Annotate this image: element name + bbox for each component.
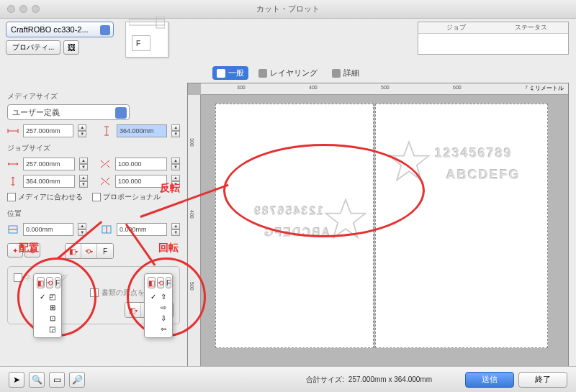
device-select-value: CraftROBO cc330-2... [11, 25, 89, 34]
job-queue-panel: ジョブ ステータス [418, 22, 569, 55]
zoom-tool[interactable]: 🔍 [29, 372, 45, 388]
window-zoom-icon[interactable] [32, 5, 40, 13]
job-size-label: ジョブサイズ [7, 143, 180, 153]
placement-option-br[interactable]: ◲ [37, 324, 58, 334]
star-shape [387, 140, 431, 183]
interactive-button[interactable]: ✦ [7, 243, 23, 257]
tab-general[interactable]: 一般 [212, 66, 248, 80]
width-icon [7, 126, 19, 136]
job-height-icon [7, 176, 19, 186]
cutter-icon [129, 17, 165, 29]
proportional-checkbox[interactable]: プロポーショナル [92, 192, 161, 202]
tab-layering[interactable]: レイヤリング [254, 66, 322, 80]
unit-label: ミリメートル [528, 83, 565, 93]
corner-tl-icon: ◰ [49, 293, 55, 301]
placement-option-center-h[interactable]: ⊞ [37, 302, 58, 313]
horizontal-ruler: 300 400 500 600 700 [201, 83, 568, 95]
job-width-input[interactable]: 257.000mm [23, 158, 75, 170]
media-width-stepper[interactable]: ▲▼ [78, 124, 86, 137]
preview-area[interactable]: 300 400 500 600 700 ミリメートル 300 400 500 1… [187, 83, 569, 392]
svg-marker-5 [389, 142, 428, 180]
vertical-ruler: 300 400 500 [188, 95, 201, 392]
window-minimize-icon[interactable] [19, 5, 27, 13]
media-size-label: メディアサイズ [7, 91, 180, 101]
tab-bar: 一般 レイヤリング 詳細 [0, 66, 576, 80]
center-button[interactable]: ⊕ [24, 243, 40, 257]
pos-y-icon [101, 224, 112, 234]
pos-x-icon [7, 224, 19, 234]
rotate-270-icon: ⇦ [161, 325, 166, 333]
position-y-input[interactable]: 0.000mm [117, 223, 167, 236]
rotate-90-icon: ⇨ [161, 304, 166, 311]
rotate-0-icon: ⇧ [161, 293, 166, 301]
total-size-readout: 合計サイズ: 257.000mm x 364.000mm [306, 375, 432, 385]
job-height-pct-stepper[interactable]: ▲▼ [171, 175, 180, 188]
height-icon [101, 126, 112, 136]
window-close-icon[interactable] [7, 5, 15, 13]
rotate-popup-trigger[interactable]: ◧ [148, 277, 156, 288]
placement-option-tl[interactable]: ✓◰ [37, 291, 58, 302]
placement-popup-flip[interactable]: F [55, 277, 60, 288]
properties-button[interactable]: プロパティ... [6, 40, 60, 55]
zoom-selection-tool[interactable]: 🔎 [69, 372, 85, 388]
rotate-popup-trigger-2[interactable]: ⟲ [157, 277, 164, 288]
rotate-option-90[interactable]: ⇨ [148, 302, 169, 313]
job-height-input[interactable]: 364.000mm [23, 175, 75, 188]
job-width-stepper[interactable]: ▲▼ [79, 158, 88, 170]
placement-menu-button[interactable]: ◧▾ [66, 244, 81, 258]
job-width-pct-stepper[interactable]: ▲▼ [171, 158, 180, 170]
design-text-1: 123456789 [435, 146, 513, 161]
page-1: 123456789 ABCDEFG [215, 104, 374, 348]
position-x-stepper[interactable]: ▲▼ [78, 223, 86, 236]
rotate-popup-menu[interactable]: ◧⟲F ✓⇧ ⇨ ⇩ ⇦ [144, 273, 173, 338]
page-2: 123456789 ABCDEFG [375, 104, 548, 348]
svg-rect-0 [129, 19, 165, 25]
job-height-pct-icon [99, 176, 111, 186]
send-button[interactable]: 送信 [465, 372, 514, 388]
bottom-bar: ➤ 🔍 ▭ 🔎 合計サイズ: 257.000mm x 364.000mm 送信 … [0, 366, 576, 392]
position-label: 位置 [7, 209, 180, 219]
media-height-input[interactable]: 364.000mm [117, 124, 167, 137]
fit-view-tool[interactable]: ▭ [49, 372, 65, 388]
job-width-pct-input[interactable]: 100.000 [115, 158, 167, 170]
rotate-option-270[interactable]: ⇦ [148, 324, 169, 334]
done-button[interactable]: 終了 [518, 372, 567, 388]
placement-popup-trigger-2[interactable]: ⟲ [46, 277, 53, 288]
placement-option-center[interactable]: ⊡ [37, 313, 58, 324]
center-h-icon: ⊞ [50, 304, 55, 311]
fit-media-checkbox[interactable]: メディアに合わせる [7, 192, 83, 202]
design-text-mirrored: 123456789 [252, 205, 323, 218]
device-select[interactable]: CraftROBO cc330-2... [6, 22, 114, 37]
sidebar: メディアサイズ ユーザー定義 257.000mm ▲▼ 364.000mm ▲▼… [0, 80, 187, 392]
tab-advanced[interactable]: 詳細 [328, 66, 364, 80]
media-width-input[interactable]: 257.000mm [23, 124, 73, 137]
rotate-menu-button[interactable]: ⟲▾ [81, 244, 97, 258]
center-icon: ⊡ [50, 314, 55, 322]
placement-popup-menu[interactable]: ◧⟲F ✓◰ ⊞ ⊡ ◲ [33, 273, 62, 338]
pointer-tool[interactable]: ➤ [9, 372, 24, 388]
svg-rect-1 [156, 17, 165, 28]
placement-popup-trigger[interactable]: ◧ [37, 277, 45, 288]
page-thumbnail: F [125, 22, 168, 58]
media-height-stepper[interactable]: ▲▼ [171, 124, 180, 137]
info-icon-button[interactable]: 🖼 [63, 40, 79, 55]
svg-marker-4 [325, 199, 365, 237]
placement-menu-button-2[interactable]: ◧▾ [125, 303, 141, 317]
rotate-popup-flip[interactable]: F [166, 277, 171, 288]
media-preset-select[interactable]: ユーザー定義 [7, 104, 130, 120]
rotate-option-0[interactable]: ✓⇧ [148, 291, 169, 302]
position-y-stepper[interactable]: ▲▼ [171, 223, 180, 236]
layering-icon [258, 69, 267, 78]
job-col-header: ジョブ [418, 22, 493, 33]
position-x-input[interactable]: 0.000mm [23, 223, 73, 236]
job-height-stepper[interactable]: ▲▼ [79, 175, 88, 188]
corner-br-icon: ◲ [49, 325, 55, 333]
design-text-2: ABCDEFG [446, 168, 521, 183]
transform-button-group: ◧▾ ⟲▾ F [65, 243, 114, 259]
job-height-pct-input[interactable]: 100.000 [115, 175, 167, 188]
general-icon [217, 69, 225, 78]
design-text-mirrored-2: ABCDEFG [262, 227, 329, 240]
job-width-icon [7, 159, 19, 169]
flip-button[interactable]: F [97, 244, 113, 258]
rotate-option-180[interactable]: ⇩ [148, 313, 169, 324]
